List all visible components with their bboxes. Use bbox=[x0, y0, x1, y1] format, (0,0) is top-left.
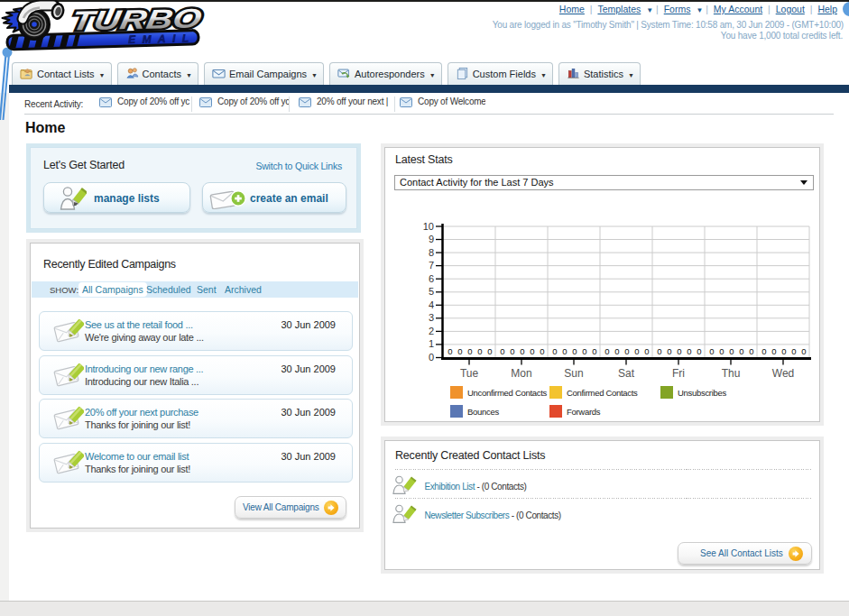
svg-text:0: 0 bbox=[487, 346, 492, 356]
svg-text:0: 0 bbox=[614, 346, 619, 356]
svg-text:0: 0 bbox=[530, 346, 534, 356]
svg-text:0: 0 bbox=[624, 346, 629, 356]
svg-text:8: 8 bbox=[429, 247, 434, 258]
svg-text:0: 0 bbox=[644, 346, 649, 356]
svg-text:10: 10 bbox=[423, 221, 434, 232]
svg-text:0: 0 bbox=[709, 346, 714, 356]
svg-text:0: 0 bbox=[457, 346, 462, 356]
svg-text:0: 0 bbox=[749, 346, 753, 356]
svg-text:Sun: Sun bbox=[564, 367, 583, 380]
svg-text:0: 0 bbox=[739, 346, 743, 356]
svg-text:0: 0 bbox=[677, 346, 681, 356]
svg-text:4: 4 bbox=[429, 299, 434, 310]
svg-text:Wed: Wed bbox=[772, 367, 794, 380]
svg-text:0: 0 bbox=[761, 346, 766, 356]
svg-text:0: 0 bbox=[592, 346, 596, 356]
svg-text:0: 0 bbox=[657, 346, 661, 356]
svg-text:0: 0 bbox=[634, 346, 639, 356]
svg-text:0: 0 bbox=[781, 346, 786, 356]
svg-text:Mon: Mon bbox=[511, 367, 531, 380]
svg-text:0: 0 bbox=[562, 346, 567, 356]
svg-text:0: 0 bbox=[667, 346, 671, 356]
svg-text:0: 0 bbox=[687, 346, 691, 356]
svg-text:9: 9 bbox=[429, 234, 434, 244]
svg-text:Fri: Fri bbox=[672, 367, 685, 380]
svg-text:0: 0 bbox=[520, 346, 524, 356]
svg-text:0: 0 bbox=[771, 346, 776, 356]
svg-text:7: 7 bbox=[429, 260, 434, 271]
svg-text:Thu: Thu bbox=[722, 367, 741, 380]
svg-text:TURBO: TURBO bbox=[69, 4, 205, 36]
svg-text:0: 0 bbox=[540, 346, 544, 356]
svg-text:0: 0 bbox=[552, 346, 557, 356]
svg-text:6: 6 bbox=[429, 273, 434, 284]
svg-text:0: 0 bbox=[729, 346, 734, 356]
svg-text:0: 0 bbox=[697, 346, 701, 356]
svg-text:0: 0 bbox=[582, 346, 586, 356]
svg-text:5: 5 bbox=[429, 286, 434, 297]
svg-text:0: 0 bbox=[510, 346, 514, 356]
svg-text:Tue: Tue bbox=[460, 367, 479, 380]
svg-text:0: 0 bbox=[448, 346, 452, 356]
svg-text:0: 0 bbox=[791, 346, 796, 356]
svg-text:0: 0 bbox=[572, 346, 577, 356]
svg-text:0: 0 bbox=[801, 346, 806, 356]
svg-text:Sat: Sat bbox=[618, 367, 635, 380]
svg-text:0: 0 bbox=[719, 346, 724, 356]
svg-text:2: 2 bbox=[429, 326, 434, 336]
svg-text:1: 1 bbox=[429, 338, 434, 349]
svg-text:0: 0 bbox=[604, 346, 609, 356]
svg-text:3: 3 bbox=[429, 312, 434, 323]
svg-text:0: 0 bbox=[429, 352, 434, 363]
svg-text:0: 0 bbox=[467, 346, 472, 356]
svg-text:0: 0 bbox=[500, 346, 504, 356]
svg-text:0: 0 bbox=[477, 346, 482, 356]
